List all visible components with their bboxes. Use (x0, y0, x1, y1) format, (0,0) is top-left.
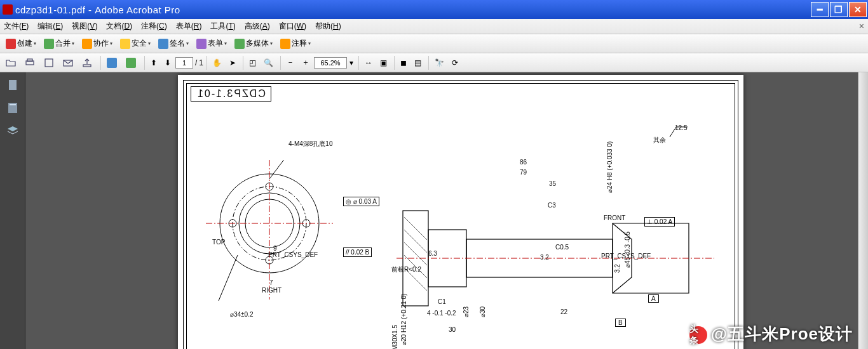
create-label: 创建 (17, 38, 32, 49)
printer-icon (25, 58, 35, 68)
conc-tol-1: ◎ ⌀ 0.03 A (343, 197, 379, 206)
menu-document[interactable]: 文档(D) (106, 21, 132, 32)
marquee-icon: ◰ (249, 58, 256, 67)
menu-advanced[interactable]: 高级(A) (245, 21, 270, 32)
layers-panel-icon[interactable] (6, 124, 19, 137)
watermark-text: @五斗米Proe设计 (711, 324, 853, 343)
magnifier-icon: 🔍 (264, 58, 273, 67)
surf-note: 其余 (653, 136, 666, 145)
hand-tool-button[interactable]: ✋ (209, 55, 225, 70)
datum-a: A (648, 294, 659, 303)
scan-button[interactable] (104, 55, 121, 70)
csys-side: PRT_CSYS_DEF (601, 253, 651, 260)
pen-icon (158, 39, 168, 49)
multimedia-button[interactable]: 多媒体▾ (231, 36, 276, 51)
comment-button[interactable]: 注释▾ (277, 36, 314, 51)
svg-rect-4 (83, 65, 91, 67)
menu-comment[interactable]: 注释(C) (141, 21, 167, 32)
holes-callout: 4-M4深8孔底10 (288, 140, 332, 148)
d24-fit: ⌀24 H8 (+0.033 0) (606, 142, 613, 193)
cursor-icon: ➤ (229, 58, 236, 67)
bookmarks-panel-icon[interactable] (6, 102, 19, 114)
find-button[interactable]: 🔭 (431, 55, 447, 70)
h32: 3.2 (614, 264, 621, 273)
forms-button[interactable]: 表单▾ (193, 36, 230, 51)
d45: ⌀45 -0.3 -0.5 (624, 232, 631, 268)
hand-icon: ✋ (212, 58, 222, 67)
perp-tol: ⊥ 0.02 A (644, 217, 675, 227)
parallel-tol: // 0.02 B (343, 247, 372, 257)
fullscreen-icon: ◼ (400, 58, 407, 67)
create-button[interactable]: 创建▾ (3, 36, 39, 51)
page-number-input[interactable] (175, 57, 193, 69)
sign-label: 签名 (170, 38, 185, 49)
upload-icon (82, 58, 92, 68)
fullscreen-button[interactable]: ◼ (397, 55, 410, 70)
floppy-icon (44, 58, 54, 68)
menubar-close-icon[interactable]: × (859, 21, 864, 31)
minus-icon: － (287, 57, 294, 68)
pdf-page: CDZP3.1-01 4-M4深8孔底10 9 7 (178, 75, 743, 349)
menu-help[interactable]: 帮助(H) (315, 21, 341, 32)
cham-c3: C3 (548, 202, 556, 209)
fit-width-button[interactable]: ↔ (362, 55, 376, 70)
menu-tools[interactable]: 工具(T) (210, 21, 235, 32)
share-button[interactable] (79, 55, 97, 70)
d23: ⌀23 (463, 306, 470, 317)
secure-button[interactable]: 安全▾ (117, 36, 154, 51)
page-down-button[interactable]: ⬇ (161, 55, 174, 70)
window-titlebar: cdzp3d1-01.pdf - Adobe Acrobat Pro ━ ❐ ✕ (0, 0, 868, 19)
save-button[interactable] (41, 55, 58, 70)
collaborate-button[interactable]: 协作▾ (79, 36, 116, 51)
combine-label: 合并 (55, 38, 71, 49)
maximize-button[interactable]: ❐ (830, 2, 848, 17)
page-total: 1 (199, 58, 203, 67)
page-up-button[interactable]: ⬆ (147, 55, 160, 70)
marquee-zoom-button[interactable]: ◰ (246, 55, 259, 70)
bolt-circle-dim: ⌀34±0.2 (230, 311, 254, 318)
email-button[interactable] (60, 55, 78, 70)
cham-c05: C0.5 (555, 244, 569, 251)
menu-bar: 文件(F) 编辑(E) 视图(V) 文档(D) 注释(C) 表单(R) 工具(T… (0, 19, 868, 34)
datum-b: B (615, 319, 626, 327)
watermark-logo-icon: 头条 (689, 326, 707, 344)
zoom-tool-button[interactable]: 🔍 (261, 55, 276, 70)
menu-forms[interactable]: 表单(R) (176, 21, 202, 32)
len86: 86 (520, 159, 527, 166)
app-icon (3, 4, 13, 15)
combine-button[interactable]: 合并▾ (41, 36, 78, 51)
fit-page-button[interactable]: ▣ (377, 55, 390, 70)
menu-edit[interactable]: 编辑(E) (37, 21, 63, 32)
fit-page-icon: ▣ (380, 58, 387, 67)
open-button[interactable] (3, 55, 20, 70)
tasks-toolbar: 创建▾ 合并▾ 协作▾ 安全▾ 签名▾ 表单▾ 多媒体▾ 注释▾ (0, 34, 868, 53)
zoom-in-button[interactable]: ＋ (299, 55, 313, 70)
rotate-button[interactable]: ⟳ (449, 55, 461, 70)
close-button[interactable]: ✕ (849, 2, 867, 17)
menu-file[interactable]: 文件(F) (4, 21, 29, 32)
surface-symbol-icon (667, 126, 689, 140)
forms-label: 表单 (208, 38, 223, 49)
cham-c1: C1 (438, 298, 446, 305)
vertical-scrollbar[interactable] (858, 72, 868, 349)
minimize-button[interactable]: ━ (811, 2, 829, 17)
menu-view[interactable]: 视图(V) (72, 21, 97, 32)
forms-icon (196, 39, 207, 49)
pages-panel-icon[interactable] (6, 79, 19, 91)
sign-button[interactable]: 签名▾ (155, 36, 192, 51)
web-button[interactable] (123, 55, 140, 70)
arrow-up-icon: ⬆ (151, 58, 157, 67)
zoom-level-input[interactable] (314, 57, 347, 69)
document-area[interactable]: CDZP3.1-01 4-M4深8孔底10 9 7 (25, 72, 858, 349)
len30: 30 (449, 326, 456, 333)
menu-window[interactable]: 窗口(W) (279, 21, 306, 32)
select-tool-button[interactable]: ➤ (226, 55, 239, 70)
binoculars-icon: 🔭 (435, 58, 444, 67)
zoom-out-button[interactable]: － (283, 55, 297, 70)
print-button[interactable] (22, 55, 39, 70)
len22: 22 (560, 308, 567, 315)
fit-width-icon: ↔ (365, 58, 372, 67)
reading-mode-button[interactable]: ▤ (411, 55, 424, 70)
scanner-icon (107, 58, 117, 68)
collab-icon (82, 39, 92, 49)
